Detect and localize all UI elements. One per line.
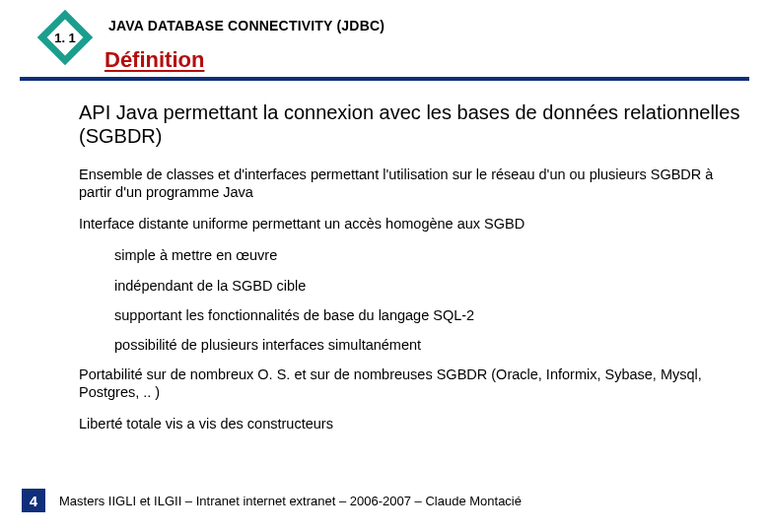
slide-header: 1. 1 JAVA DATABASE CONNECTIVITY (JDBC) D…	[0, 0, 769, 73]
sub-item: simple à mettre en œuvre	[114, 246, 741, 264]
paragraph: Ensemble de classes et d'interfaces perm…	[79, 166, 741, 201]
sub-item: indépendant de la SGBD cible	[114, 277, 741, 295]
paragraph: Portabilité sur de nombreux O. S. et sur…	[79, 366, 741, 401]
sub-item: possibilité de plusieurs interfaces simu…	[114, 336, 741, 354]
slide-content: API Java permettant la connexion avec le…	[0, 81, 769, 432]
section-number-badge: 1. 1	[37, 10, 93, 65]
section-number: 1. 1	[54, 31, 76, 45]
paragraph: Liberté totale vis a vis des constructeu…	[79, 415, 741, 432]
sub-item: supportant les fonctionnalités de base d…	[114, 306, 741, 324]
chapter-title: JAVA DATABASE CONNECTIVITY (JDBC)	[108, 18, 769, 33]
sublist: simple à mettre en œuvre indépendant de …	[79, 246, 741, 354]
footer-text: Masters IIGLI et ILGII – Intranet intern…	[59, 494, 522, 508]
paragraph: Interface distante uniforme permettant u…	[79, 215, 741, 233]
page-number-badge: 4	[14, 481, 53, 520]
section-title: Définition	[105, 47, 769, 73]
page-number: 4	[30, 493, 37, 509]
slide-footer: 4 Masters IIGLI et ILGII – Intranet inte…	[0, 481, 769, 520]
lead-paragraph: API Java permettant la connexion avec le…	[79, 100, 741, 148]
